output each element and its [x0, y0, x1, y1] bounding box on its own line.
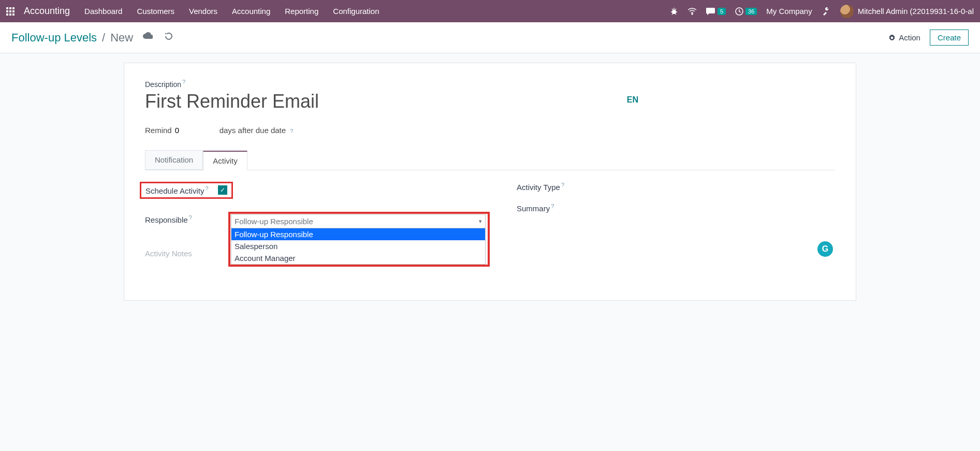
- title-input[interactable]: [145, 91, 507, 112]
- control-panel: Follow-up Levels / New Action Create: [0, 22, 980, 53]
- menu-dashboard[interactable]: Dashboard: [84, 7, 122, 16]
- menu-accounting[interactable]: Accounting: [232, 7, 270, 16]
- hint-icon[interactable]: ?: [189, 214, 192, 221]
- cp-status-icons: [142, 32, 173, 43]
- responsible-row: Responsible? Follow-up Responsible ▾ Fol…: [145, 214, 486, 228]
- user-menu[interactable]: Mitchell Admin (22019931-16-0-al: [840, 5, 974, 18]
- wifi-icon[interactable]: [688, 8, 697, 15]
- activity-type-label: Activity Type: [517, 183, 560, 192]
- topbar: Accounting Dashboard Customers Vendors A…: [0, 0, 980, 22]
- messages-badge: 5: [718, 8, 726, 15]
- activity-notes-label: Activity Notes: [145, 249, 223, 258]
- summary-row: Summary?: [517, 203, 848, 213]
- action-button[interactable]: Action: [888, 33, 920, 42]
- cloud-save-icon[interactable]: [142, 32, 153, 43]
- remind-row: Remind days after due date?: [145, 126, 835, 135]
- bug-icon[interactable]: [670, 7, 678, 16]
- responsible-dropdown[interactable]: Follow-up Responsible ▾ Follow-up Respon…: [231, 214, 486, 228]
- left-column: Schedule Activity? ✓ Responsible? Follow…: [145, 182, 486, 269]
- menu-reporting[interactable]: Reporting: [285, 7, 318, 16]
- remind-days-input[interactable]: [175, 126, 216, 135]
- hint-icon[interactable]: ?: [182, 79, 185, 85]
- menu-vendors[interactable]: Vendors: [189, 7, 217, 16]
- tabs: Notification Activity: [145, 150, 835, 170]
- create-button[interactable]: Create: [930, 30, 969, 46]
- hint-icon[interactable]: ?: [290, 128, 293, 134]
- svg-point-1: [692, 13, 693, 14]
- topbar-menu: Dashboard Customers Vendors Accounting R…: [84, 7, 379, 16]
- responsible-options: Follow-up Responsible Salesperson Accoun…: [231, 228, 486, 265]
- apps-icon[interactable]: [6, 7, 14, 16]
- option-account-manager[interactable]: Account Manager: [231, 252, 485, 264]
- right-column: Activity Type? Summary?: [517, 182, 848, 269]
- topbar-right: 5 36 My Company Mitchell Admin (22019931…: [670, 5, 974, 18]
- cp-actions: Action Create: [888, 30, 969, 46]
- schedule-activity-label: Schedule Activity: [145, 186, 204, 195]
- remind-suffix: days after due date: [220, 126, 286, 135]
- responsible-input[interactable]: Follow-up Responsible ▾: [231, 214, 486, 228]
- chevron-down-icon: ▾: [479, 218, 482, 225]
- responsible-label: Responsible: [145, 215, 188, 224]
- action-label: Action: [899, 33, 920, 42]
- highlight-schedule: Schedule Activity? ✓: [140, 182, 233, 199]
- description-label: Description?: [145, 79, 835, 89]
- tab-activity[interactable]: Activity: [203, 151, 247, 170]
- tab-notification[interactable]: Notification: [145, 150, 203, 170]
- app-brand[interactable]: Accounting: [24, 6, 70, 17]
- form-sheet: Description? EN Remind days after due da…: [124, 63, 856, 301]
- hint-icon[interactable]: ?: [561, 182, 564, 188]
- hint-icon[interactable]: ?: [551, 203, 554, 209]
- schedule-activity-row: Schedule Activity? ✓: [140, 182, 486, 199]
- breadcrumb: Follow-up Levels / New: [11, 31, 133, 45]
- menu-customers[interactable]: Customers: [137, 7, 174, 16]
- company-switcher[interactable]: My Company: [766, 7, 812, 16]
- activity-type-row: Activity Type?: [517, 182, 848, 192]
- activities-badge: 36: [745, 8, 757, 15]
- user-name: Mitchell Admin (22019931-16-0-al: [858, 7, 974, 16]
- discard-icon[interactable]: [164, 32, 173, 43]
- menu-configuration[interactable]: Configuration: [333, 7, 379, 16]
- breadcrumb-sep: /: [102, 31, 105, 45]
- grammarly-badge[interactable]: G: [817, 241, 833, 257]
- option-followup-responsible[interactable]: Follow-up Responsible: [231, 228, 485, 240]
- avatar: [840, 5, 854, 18]
- hint-icon[interactable]: ?: [205, 185, 208, 192]
- breadcrumb-root[interactable]: Follow-up Levels: [11, 31, 97, 45]
- remind-prefix: Remind: [145, 126, 172, 135]
- messages-icon[interactable]: 5: [706, 7, 726, 16]
- option-salesperson[interactable]: Salesperson: [231, 240, 485, 252]
- language-button[interactable]: EN: [627, 95, 638, 105]
- schedule-activity-checkbox[interactable]: ✓: [218, 185, 227, 195]
- tools-icon[interactable]: [822, 7, 831, 16]
- activities-icon[interactable]: 36: [735, 7, 757, 16]
- summary-label: Summary: [517, 204, 550, 213]
- breadcrumb-current: New: [110, 31, 133, 45]
- svg-point-0: [672, 10, 676, 14]
